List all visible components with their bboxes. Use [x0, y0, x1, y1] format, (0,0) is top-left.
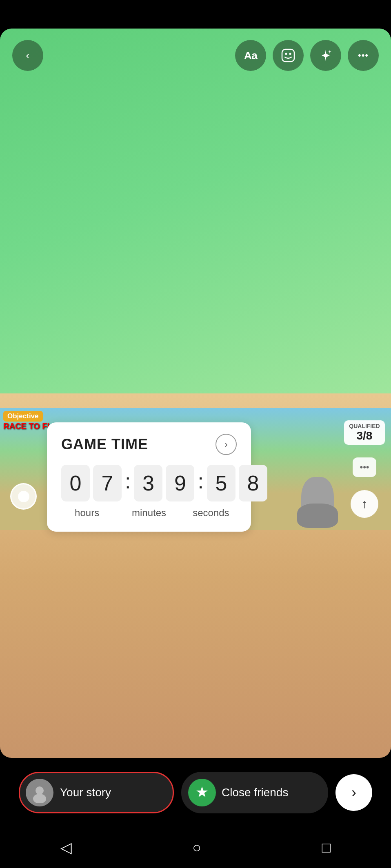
hours-digit-1: 0	[61, 465, 90, 501]
svg-marker-5	[196, 786, 208, 797]
minutes-digit-1: 3	[134, 465, 162, 501]
back-button[interactable]: ‹	[12, 40, 43, 71]
hours-group: 0 7	[61, 465, 122, 501]
time-labels: hours minutes seconds	[61, 507, 237, 519]
hours-label: hours	[61, 507, 113, 519]
game-joystick[interactable]	[10, 483, 37, 510]
widget-next-button[interactable]: ›	[215, 434, 237, 455]
svg-point-2	[289, 53, 291, 55]
chat-icon[interactable]: •••	[353, 457, 376, 477]
nav-home-icon[interactable]: ○	[192, 839, 201, 856]
bg-green	[0, 29, 391, 452]
hours-digit-2: 7	[93, 465, 122, 501]
your-story-button[interactable]: Your story	[19, 772, 174, 813]
svg-rect-0	[282, 49, 294, 62]
seconds-group: 5 8	[207, 465, 267, 501]
text-button[interactable]: Aa	[235, 40, 266, 71]
colon-1: :	[122, 469, 134, 493]
nav-back-icon[interactable]: ◁	[60, 839, 72, 856]
next-button[interactable]: ›	[335, 774, 372, 811]
toolbar-right: Aa •••	[235, 40, 379, 71]
qualified-badge: QUALIFIED 3/8	[344, 420, 384, 445]
your-story-label: Your story	[60, 786, 111, 799]
svg-point-3	[36, 786, 44, 795]
minutes-group: 3 9	[134, 465, 194, 501]
close-friends-button[interactable]: Close friends	[181, 772, 328, 813]
widget-title: GAME TIME	[61, 436, 148, 453]
widget-header: GAME TIME ›	[61, 434, 237, 455]
game-right-panel: QUALIFIED 3/8 ••• ↑	[338, 408, 391, 530]
status-bar	[0, 0, 391, 29]
game-time-widget: GAME TIME › 0 7 : 3 9 : 5 8	[47, 422, 251, 532]
up-arrow-icon[interactable]: ↑	[351, 490, 378, 518]
close-friends-label: Close friends	[222, 786, 288, 799]
nav-recents-icon[interactable]: □	[322, 839, 331, 856]
svg-point-1	[285, 53, 287, 55]
time-display: 0 7 : 3 9 : 5 8	[61, 465, 237, 501]
minutes-label: minutes	[123, 507, 175, 519]
toolbar-left: ‹	[12, 40, 43, 71]
seconds-digit-2: 8	[239, 465, 267, 501]
nav-bar: ◁ ○ □	[0, 827, 391, 868]
sparkle-button[interactable]	[310, 40, 341, 71]
seconds-digit-1: 5	[207, 465, 235, 501]
story-avatar	[26, 779, 53, 806]
bottom-bar: Your story Close friends ›	[0, 758, 391, 827]
sticker-button[interactable]	[273, 40, 304, 71]
toolbar: ‹ Aa •••	[0, 29, 391, 71]
objective-badge: Objective	[3, 411, 43, 422]
story-area: Objective RACE TO FI... QUALIFIED 3/8 ••…	[0, 29, 391, 758]
more-button[interactable]: •••	[348, 40, 379, 71]
minutes-digit-2: 9	[166, 465, 194, 501]
svg-point-4	[33, 794, 46, 803]
close-friends-icon	[188, 779, 216, 806]
seconds-label: seconds	[185, 507, 237, 519]
colon-2: :	[194, 469, 207, 493]
